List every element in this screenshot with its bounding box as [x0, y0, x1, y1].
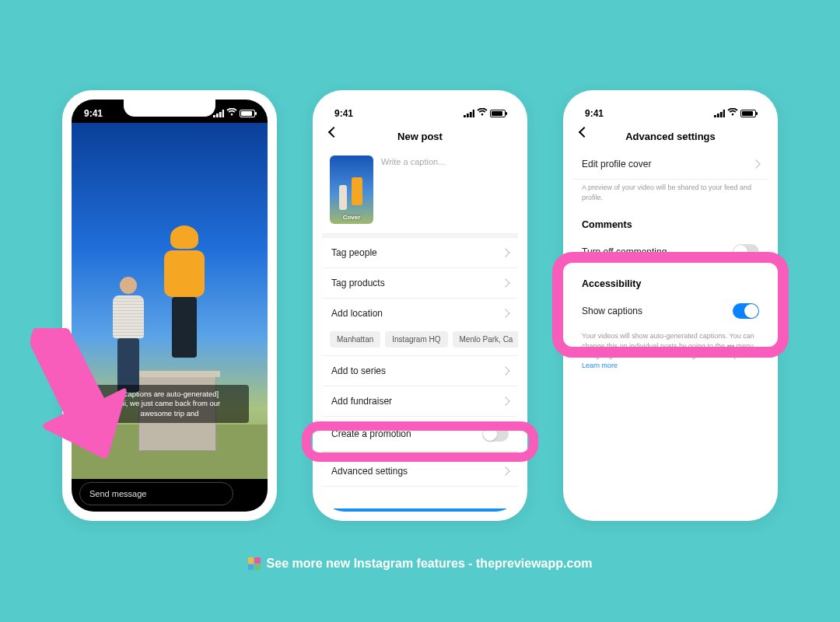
row-label: Add location: [331, 308, 383, 319]
battery-icon: [490, 110, 506, 117]
commenting-toggle[interactable]: [733, 244, 759, 260]
captions-help-text: Your videos will show auto-generated cap…: [582, 332, 754, 359]
phone-3-screen: 9:41 Advanced settings Edit profile cove…: [572, 100, 768, 512]
chevron-right-icon: [501, 466, 509, 475]
chevron-right-icon: [501, 397, 509, 405]
share-button[interactable]: Share: [330, 508, 510, 512]
wifi-icon: [226, 108, 237, 119]
footer-text: See more new Instagram features - thepre…: [267, 557, 593, 571]
back-button[interactable]: [330, 128, 338, 136]
signal-icon: [464, 110, 474, 117]
chevron-right-icon: [751, 159, 760, 168]
help-text: Your videos will show auto-generated cap…: [572, 328, 768, 378]
chevron-right-icon: [501, 309, 509, 317]
row-create-promotion[interactable]: Create a promotion: [322, 417, 518, 452]
signal-icon: [714, 110, 725, 117]
row-label: Add to series: [331, 365, 386, 376]
location-suggestions: Manhattan Instagram HQ Menlo Park, Ca: [322, 328, 518, 356]
row-edit-profile-cover[interactable]: Edit profile cover: [572, 149, 768, 180]
status-icons: [464, 108, 506, 119]
battery-icon: [740, 110, 756, 117]
row-label: Show captions: [582, 306, 642, 316]
row-show-captions[interactable]: Show captions: [572, 294, 768, 328]
row-label: Add fundraiser: [331, 396, 392, 407]
row-add-fundraiser[interactable]: Add fundraiser: [322, 386, 518, 417]
arrow-annotation: [19, 322, 128, 465]
wifi-icon: [727, 108, 738, 119]
footer: See more new Instagram features - thepre…: [0, 557, 840, 571]
page-title: Advanced settings: [625, 131, 716, 142]
cover-thumbnail[interactable]: Cover: [330, 156, 373, 224]
wifi-icon: [477, 108, 488, 119]
row-advanced-settings[interactable]: Advanced settings: [322, 456, 518, 487]
battery-icon: [240, 110, 255, 117]
status-icons: [714, 108, 756, 119]
learn-more-link[interactable]: Learn more: [582, 362, 618, 369]
nav-header: New post: [322, 123, 518, 149]
promotion-toggle[interactable]: [482, 426, 509, 442]
status-time: 9:41: [334, 108, 353, 119]
row-tag-people[interactable]: Tag people: [322, 238, 518, 268]
row-turn-off-commenting[interactable]: Turn off commenting: [572, 235, 768, 269]
row-label: Advanced settings: [331, 466, 408, 477]
caption-input[interactable]: Write a caption...: [381, 156, 445, 224]
phone-2: 9:41 New post Cover Write a caption...: [313, 90, 527, 521]
status-time: 9:41: [585, 108, 604, 119]
phone-2-screen: 9:41 New post Cover Write a caption...: [322, 100, 518, 512]
chevron-left-icon: [328, 127, 339, 138]
row-tag-products[interactable]: Tag products: [322, 268, 518, 299]
row-label: Create a promotion: [331, 428, 411, 439]
location-chip[interactable]: Instagram HQ: [385, 331, 447, 348]
status-time: 9:41: [84, 108, 103, 119]
cover-label: Cover: [330, 214, 373, 221]
location-chip[interactable]: Manhattan: [330, 331, 380, 348]
row-label: Tag people: [331, 247, 377, 258]
notch: [625, 100, 716, 117]
location-chip[interactable]: Menlo Park, Ca: [453, 331, 518, 348]
chevron-right-icon: [501, 278, 509, 287]
notch: [124, 100, 215, 117]
notch: [374, 100, 466, 117]
row-add-location[interactable]: Add location: [322, 299, 518, 328]
phone-3: 9:41 Advanced settings Edit profile cove…: [563, 90, 778, 521]
row-label: Edit profile cover: [582, 159, 651, 169]
row-label: Turn off commenting: [582, 246, 667, 257]
help-text: A preview of your video will be shared t…: [572, 180, 768, 210]
send-message-input[interactable]: Send message: [79, 482, 233, 505]
chevron-right-icon: [501, 366, 509, 375]
compose-row: Cover Write a caption...: [322, 149, 518, 233]
chevron-left-icon: [579, 127, 590, 138]
nav-header: Advanced settings: [572, 123, 768, 149]
show-captions-toggle[interactable]: [733, 303, 759, 319]
status-icons: [213, 108, 255, 119]
section-comments: Comments: [572, 210, 768, 235]
app-logo-icon: [248, 557, 261, 570]
row-add-series[interactable]: Add to series: [322, 356, 518, 386]
row-label: Tag products: [331, 278, 385, 288]
back-button[interactable]: [580, 128, 588, 136]
chevron-right-icon: [501, 248, 509, 257]
section-accessibility: Accessibility: [572, 269, 768, 294]
signal-icon: [213, 110, 224, 117]
page-title: New post: [397, 131, 443, 142]
